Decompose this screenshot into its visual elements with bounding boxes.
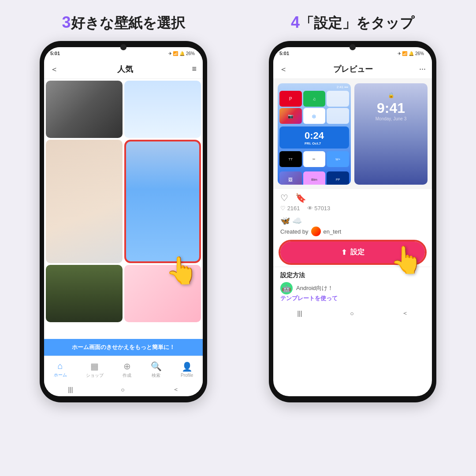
- back-button-right[interactable]: ＜: [279, 64, 287, 74]
- home-icons-grid2: TT ✂ W+: [278, 149, 351, 169]
- step3-section: 3好きな壁紙を選択 5:01 ✈ 📶 🔔 26% ＜ 人気 ≡: [18, 13, 229, 402]
- app-title-right: プレビュー: [333, 64, 373, 74]
- create-icon: ⊕: [123, 361, 131, 372]
- step3-title: 3好きな壁紙を選択: [18, 13, 229, 33]
- home-icons-grid3: 🖼 Blim PP: [278, 170, 351, 185]
- wp-cell-beige[interactable]: [46, 140, 123, 263]
- profile-icon: 👤: [182, 361, 193, 372]
- like-button[interactable]: ♡: [280, 193, 288, 203]
- set-btn-label: 設定: [350, 248, 364, 257]
- home-icon-photo: 🖼: [279, 171, 302, 185]
- action-row: ♡ 🔖: [273, 189, 432, 204]
- home-icon-empty1: [327, 91, 349, 107]
- home-clock-widget: 0:24 FRI. Oct.7: [279, 126, 349, 149]
- status-time-left: 5:01: [50, 51, 60, 56]
- stats-row: ♡ 2161 👁 57013: [273, 204, 432, 214]
- nav-profile-label: Profile: [181, 373, 193, 378]
- camera-notch-left: [120, 44, 126, 50]
- bottom-nav-left: ⌂ ホーム ▦ ショップ ⊕ 作成 🔍 検索: [44, 356, 203, 383]
- nav-create-label: 作成: [123, 372, 131, 379]
- home-icon-tiktok: TT: [279, 151, 302, 167]
- status-icons-left: ✈ 📶 🔔 26%: [168, 51, 195, 56]
- phone-screen-right: 5:01 ✈ 📶 🔔 26% ＜ プレビュー ··· 2:41 ▪▪▪ P: [273, 47, 432, 396]
- step3-number: 3: [62, 13, 71, 31]
- home-icon-pinterest: P: [279, 91, 302, 107]
- phone-left: 5:01 ✈ 📶 🔔 26% ＜ 人気 ≡: [40, 41, 207, 402]
- sys-nav-right: ||| ○ ＜: [273, 307, 432, 320]
- app-bar-left: ＜ 人気 ≡: [44, 60, 203, 79]
- nav-search-label: 検索: [152, 372, 160, 379]
- home-icon-paypal: PP: [327, 171, 349, 185]
- more-menu-right[interactable]: ···: [419, 64, 426, 74]
- preview-lockscreen: 🔒 9:41 Monday, June 3: [354, 83, 428, 185]
- phone-screen-left: 5:01 ✈ 📶 🔔 26% ＜ 人気 ≡: [44, 47, 203, 396]
- nav-search[interactable]: 🔍 検索: [151, 361, 162, 379]
- nav-home[interactable]: ⌂ ホーム: [54, 361, 67, 378]
- wp-cell-forest[interactable]: [46, 265, 123, 322]
- author-name: en_tert: [324, 228, 341, 235]
- preview-images-area: 2:41 ▪▪▪ P ♫ 📷 ◎ 0:24 FRI.: [273, 79, 432, 189]
- set-button-area: ⬆ 設定 👆: [273, 240, 432, 267]
- lock-date: Monday, June 3: [376, 116, 406, 121]
- emoji-row: 🦋 ☁️: [273, 214, 432, 226]
- author-row: Created by en_tert: [273, 226, 432, 240]
- nav-create[interactable]: ⊕ 作成: [123, 361, 131, 379]
- wallpaper-grid: 👆: [44, 79, 203, 339]
- howto-purple-text: テンプレートを使って: [280, 294, 425, 302]
- home-icon-spotify: ♫: [303, 91, 326, 107]
- sys-nav-home-right[interactable]: ○: [350, 310, 353, 317]
- search-icon: 🔍: [151, 361, 162, 372]
- android-label: Android向け！: [296, 284, 333, 292]
- sys-nav-back-left[interactable]: ＜: [173, 386, 179, 394]
- home-icon-empty2: [327, 108, 349, 124]
- set-btn-icon: ⬆: [341, 248, 347, 257]
- sys-nav-menu-right[interactable]: |||: [297, 310, 302, 317]
- like-count: ♡ 2161: [280, 205, 300, 212]
- home-icons-grid: P ♫ 📷 ◎: [278, 89, 351, 126]
- wp-cell-stairs[interactable]: [46, 81, 123, 138]
- wp-cell-lightblue[interactable]: [124, 81, 201, 138]
- home-icon-instagram: 📷: [279, 108, 302, 124]
- author-avatar: [311, 227, 321, 236]
- home-icon-blim: Blim: [303, 171, 326, 185]
- step4-number: 4: [291, 13, 300, 31]
- preview-homescreen: 2:41 ▪▪▪ P ♫ 📷 ◎ 0:24 FRI.: [278, 83, 351, 185]
- status-icons-right: ✈ 📶 🔔 26%: [398, 51, 424, 56]
- wp-cell-blue-selected[interactable]: [124, 140, 201, 263]
- promo-bar: ホーム画面のきせかえをもっと簡単に！: [44, 339, 203, 356]
- status-time-right: 5:01: [279, 51, 289, 56]
- set-button[interactable]: ⬆ 設定: [280, 242, 425, 263]
- view-count: 👁 57013: [307, 205, 331, 212]
- home-icon-safari: ◎: [303, 108, 326, 124]
- sys-nav-home-left[interactable]: ○: [121, 386, 124, 393]
- sys-nav-back-right[interactable]: ＜: [402, 309, 408, 317]
- shop-icon: ▦: [90, 361, 99, 372]
- howto-title: 設定方法: [280, 271, 425, 279]
- home-icon: ⌂: [58, 361, 63, 371]
- camera-notch-right: [350, 44, 356, 50]
- step4-section: 4「設定」をタップ 5:01 ✈ 📶 🔔 26% ＜ プレビュー ···: [247, 13, 458, 402]
- nav-home-label: ホーム: [54, 372, 67, 378]
- bookmark-button[interactable]: 🔖: [295, 193, 306, 203]
- nav-shop-label: ショップ: [86, 372, 104, 379]
- phone-right: 5:01 ✈ 📶 🔔 26% ＜ プレビュー ··· 2:41 ▪▪▪ P: [269, 41, 436, 402]
- wp-cell-pink[interactable]: [124, 265, 201, 322]
- home-icon-capcut: ✂: [303, 151, 326, 167]
- sys-nav-left: ||| ○ ＜: [44, 383, 203, 396]
- nav-profile[interactable]: 👤 Profile: [181, 361, 193, 378]
- howto-section: 設定方法 🤖 Android向け！ テンプレートを使って: [273, 267, 432, 307]
- app-title-left: 人気: [117, 64, 133, 74]
- nav-shop[interactable]: ▦ ショップ: [86, 361, 104, 379]
- author-label: Created by: [280, 228, 309, 235]
- app-bar-right: ＜ プレビュー ···: [273, 60, 432, 79]
- lock-time: 9:41: [377, 100, 405, 116]
- home-icon-widget: W+: [327, 151, 349, 167]
- back-button-left[interactable]: ＜: [50, 64, 58, 74]
- menu-icon-left[interactable]: ≡: [192, 64, 197, 74]
- step4-title: 4「設定」をタップ: [247, 13, 458, 33]
- android-icon: 🤖: [280, 282, 293, 294]
- howto-item: 🤖 Android向け！: [280, 282, 425, 294]
- sys-nav-menu-left[interactable]: |||: [68, 386, 73, 393]
